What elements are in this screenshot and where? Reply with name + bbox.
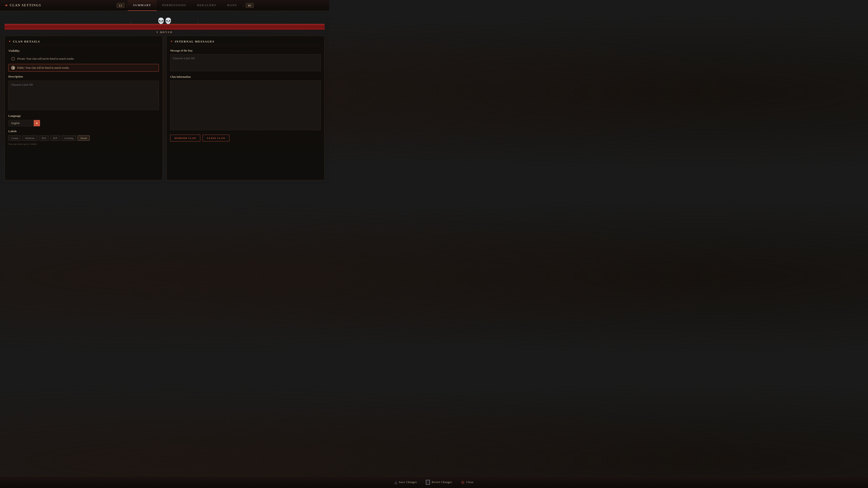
clan-details-icon: ✦ [8,39,11,43]
visibility-private-option[interactable]: Private: Your clan will not be listed in… [8,55,159,63]
visibility-label: Visibility [8,49,159,53]
label-casual[interactable]: Casual [8,135,21,141]
l1-trigger[interactable]: L1 [117,3,125,8]
internal-messages-title: INTERNAL MESSAGES [175,40,215,43]
clan-info-textarea[interactable] [170,80,321,130]
motd-label: Message of the Day [170,49,321,53]
label-hardcore[interactable]: Hardcore [22,135,37,141]
page-title-container: ➜ CLAN SETTINGS [4,3,41,7]
tab-heraldry[interactable]: HERALDRY [192,0,222,11]
label-leveling[interactable]: Leveling [61,135,76,141]
labels-list: Casual Hardcore PvE PvP Leveling Social [8,135,159,141]
visibility-public-option[interactable]: Public: Your clan will be listed in sear… [8,64,159,72]
nav-separator-2: | [243,3,244,8]
description-label: Description [8,75,159,78]
clan-details-header: ✦ CLAN DETAILS [8,39,159,45]
private-option-label: Private: Your clan will not be listed in… [17,57,74,61]
public-radio-button[interactable] [11,66,15,70]
page-title: CLAN SETTINGS [10,4,41,7]
wing-left-decoration [130,20,158,24]
internal-messages-panel: ✦ INTERNAL MESSAGES Message of the Day C… [166,36,324,180]
language-label: Language [8,114,159,118]
disband-clan-button[interactable]: DISBAND CLAN [170,135,200,141]
banner-decoration: 💀💀 [4,13,324,24]
clan-details-title: CLAN DETAILS [13,40,40,43]
label-pvp[interactable]: PvP [50,135,60,141]
action-buttons: DISBAND CLAN LEAVE CLAN [170,135,321,141]
tab-summary[interactable]: SUMMARY [128,0,157,11]
language-select[interactable]: English [8,120,40,126]
clan-details-panel: ✦ CLAN DETAILS Visibility Private: Your … [4,36,163,180]
skull-icon: 💀💀 [157,18,172,24]
tab-bans[interactable]: BANS [222,0,243,11]
labels-title: Labels [8,129,159,133]
r1-trigger[interactable]: R1 [246,3,254,8]
labels-section: Labels Casual Hardcore PvE PvP Leveling … [8,129,159,145]
main-content: 💀💀 I 90210 ✦ CLAN DETAILS Visibility Pri… [0,11,329,180]
label-social[interactable]: Social [78,135,90,141]
motd-textarea[interactable] [170,54,321,71]
description-section: Description [8,75,159,111]
public-option-label: Public: Your clan will be listed in sear… [17,66,69,70]
banner-line: I 90210 [4,24,324,30]
nav-arrow-icon: ➜ [4,3,8,7]
label-pve[interactable]: PvE [39,135,49,141]
content-columns: ✦ CLAN DETAILS Visibility Private: Your … [4,36,324,180]
internal-messages-icon: ✦ [170,39,173,43]
nav-separator-1: | [126,3,127,8]
leave-clan-button[interactable]: LEAVE CLAN [203,135,229,141]
labels-hint: You can select up to 5 labels [8,142,159,145]
wing-right-decoration [170,20,199,24]
language-section: Language English ▼ [8,114,159,126]
top-navigation: ➜ CLAN SETTINGS L1 | SUMMARY PERMISSIONS… [0,0,329,11]
clan-info-label: Clan Information [170,75,321,78]
tab-permissions[interactable]: PERMISSIONS [157,0,192,11]
private-radio-button[interactable] [11,57,15,61]
internal-messages-header: ✦ INTERNAL MESSAGES [170,39,321,45]
clan-info-section: Clan Information [170,75,321,131]
nav-tabs: L1 | SUMMARY PERMISSIONS HERALDRY BANS |… [46,0,324,11]
description-textarea[interactable] [8,80,159,110]
clan-name: I 90210 [157,31,173,33]
language-select-wrapper: English ▼ [8,120,40,126]
clan-banner: 💀💀 I 90210 [4,13,324,33]
